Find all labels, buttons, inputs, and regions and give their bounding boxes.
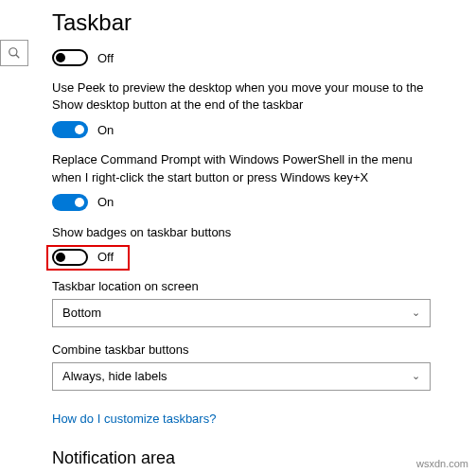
top-toggle-label: Off: [97, 51, 114, 65]
badges-setting: Show badges on taskbar buttons Off: [52, 224, 448, 266]
svg-line-1: [16, 55, 20, 59]
help-link[interactable]: How do I customize taskbars?: [52, 412, 216, 426]
taskbar-location-select[interactable]: Bottom ⌄: [52, 299, 431, 327]
powershell-description: Replace Command Prompt with Windows Powe…: [52, 151, 431, 185]
page-title: Taskbar: [52, 9, 448, 36]
combine-buttons-label: Combine taskbar buttons: [52, 342, 448, 357]
badges-toggle-label: Off: [97, 250, 114, 264]
top-toggle[interactable]: [52, 49, 88, 66]
chevron-down-icon: ⌄: [412, 370, 420, 382]
taskbar-location-label: Taskbar location on screen: [52, 279, 448, 293]
taskbar-location-value: Bottom: [62, 306, 101, 320]
powershell-toggle[interactable]: [52, 194, 88, 211]
peek-toggle-label: On: [97, 123, 114, 137]
chevron-down-icon: ⌄: [412, 307, 420, 319]
combine-buttons-select[interactable]: Always, hide labels ⌄: [52, 362, 431, 391]
search-icon: [8, 46, 21, 60]
search-box[interactable]: [0, 40, 28, 66]
settings-panel: Taskbar Off Use Peek to preview the desk…: [52, 9, 448, 468]
notification-area-heading: Notification area: [52, 448, 448, 468]
peek-toggle[interactable]: [52, 121, 88, 138]
peek-setting: Use Peek to preview the desktop when you…: [52, 79, 448, 138]
powershell-toggle-label: On: [97, 195, 114, 209]
watermark: wsxdn.com: [416, 458, 468, 469]
top-toggle-row: Off: [52, 49, 448, 66]
peek-description: Use Peek to preview the desktop when you…: [52, 79, 431, 114]
combine-buttons-value: Always, hide labels: [62, 369, 167, 383]
powershell-setting: Replace Command Prompt with Windows Powe…: [52, 151, 448, 210]
badges-toggle[interactable]: [52, 249, 88, 266]
svg-point-0: [9, 48, 17, 56]
badges-description: Show badges on taskbar buttons: [52, 224, 431, 241]
